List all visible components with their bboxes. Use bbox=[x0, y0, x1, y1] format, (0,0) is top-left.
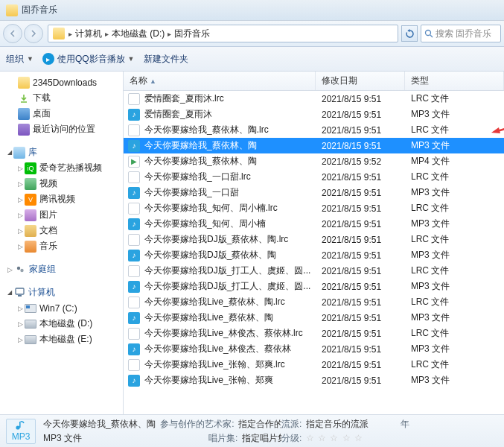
sidebar-item-disk-e[interactable]: 本地磁盘 (E:) bbox=[4, 332, 123, 347]
lrc-file-icon bbox=[128, 297, 140, 308]
file-date: 2021/8/15 9:51 bbox=[320, 344, 409, 355]
refresh-button[interactable] bbox=[401, 25, 418, 42]
sidebar-item-2345downloads[interactable]: 2345Downloads bbox=[4, 74, 123, 90]
file-list[interactable]: 爱情圈套_夏雨沐.lrc2021/8/15 9:51LRC 文件♪爱情圈套_夏雨… bbox=[124, 91, 504, 414]
file-date: 2021/8/15 9:51 bbox=[320, 94, 409, 104]
arrow-left-icon bbox=[8, 29, 17, 38]
sidebar-group-homegroup[interactable]: 家庭组 bbox=[4, 261, 123, 277]
file-type: MP3 文件 bbox=[409, 280, 504, 293]
file-name: 今天你要嫁给我Live_张翰、郑爽.lrc bbox=[144, 358, 320, 371]
music-note-icon bbox=[14, 420, 28, 431]
sidebar-item-picture[interactable]: 图片 bbox=[4, 207, 123, 223]
file-name: 今天你要嫁给我_蔡依林、陶 bbox=[144, 155, 320, 168]
mp3-file-icon: ♪ bbox=[128, 250, 140, 261]
file-name: 今天你要嫁给我_蔡依林、陶 bbox=[144, 139, 320, 152]
file-name: 今天你要嫁给我DJ版_蔡依林、陶 bbox=[144, 249, 320, 261]
forward-button[interactable] bbox=[24, 24, 43, 43]
address-bar[interactable]: ▸ 计算机 ▸ 本地磁盘 (D:) ▸ 固乔音乐 bbox=[48, 25, 398, 42]
new-folder-button[interactable]: 新建文件夹 bbox=[144, 53, 188, 66]
qq-icon: ▸ bbox=[42, 53, 54, 65]
lrc-file-icon bbox=[128, 203, 140, 215]
file-type: LRC 文件 bbox=[409, 92, 504, 105]
file-row[interactable]: 今天你要嫁给我Live_蔡依林、陶.lrc2021/8/15 9:51LRC 文… bbox=[124, 294, 504, 310]
rating-stars[interactable]: ☆ ☆ ☆ ☆ ☆ bbox=[306, 433, 363, 443]
file-type: MP3 文件 bbox=[409, 249, 504, 261]
file-row[interactable]: ♪今天你要嫁给我Live_张翰、郑爽2021/8/15 9:51MP3 文件 bbox=[124, 372, 504, 388]
file-row[interactable]: ▶今天你要嫁给我_蔡依林、陶2021/8/15 9:52MP4 文件 bbox=[124, 153, 504, 169]
file-row[interactable]: 今天你要嫁给我_知何、周小楠.lrc2021/8/15 9:51LRC 文件 bbox=[124, 200, 504, 216]
file-type: LRC 文件 bbox=[409, 171, 504, 183]
folder-icon bbox=[53, 28, 65, 39]
sidebar-item-document[interactable]: 文档 bbox=[4, 223, 123, 238]
sidebar-item-desktop[interactable]: 桌面 bbox=[4, 106, 123, 121]
file-date: 2021/8/15 9:51 bbox=[320, 125, 409, 136]
back-button[interactable] bbox=[3, 24, 22, 43]
file-row[interactable]: ♪爱情圈套_夏雨沐2021/8/15 9:51MP3 文件 bbox=[124, 107, 504, 122]
qq-play-label: 使用QQ影音播放 bbox=[57, 53, 125, 66]
file-date: 2021/8/15 9:51 bbox=[320, 172, 409, 183]
file-type: MP3 文件 bbox=[409, 374, 504, 387]
sidebar-item-disk-d[interactable]: 本地磁盘 (D:) bbox=[4, 316, 123, 332]
lrc-file-icon bbox=[128, 234, 140, 246]
sidebar-item-downloads[interactable]: 下载 bbox=[4, 90, 123, 106]
column-name[interactable]: 名称▲ bbox=[124, 72, 316, 90]
lrc-file-icon bbox=[128, 328, 140, 340]
sidebar-item-tencent[interactable]: V腾讯视频 bbox=[4, 191, 123, 207]
file-type: MP3 文件 bbox=[409, 343, 504, 355]
svg-point-10 bbox=[16, 425, 19, 429]
file-date: 2021/8/15 9:51 bbox=[320, 375, 409, 386]
recent-icon bbox=[18, 124, 30, 136]
file-row[interactable]: ♪今天你要嫁给我_知何、周小楠2021/8/15 9:51MP3 文件 bbox=[124, 216, 504, 232]
file-row[interactable]: ♪今天你要嫁给我DJ版_打工人、虞姬、圆...2021/8/15 9:51MP3… bbox=[124, 279, 504, 294]
file-type: LRC 文件 bbox=[409, 124, 504, 136]
file-type: LRC 文件 bbox=[409, 358, 504, 371]
svg-point-2 bbox=[17, 266, 20, 269]
folder-icon bbox=[18, 77, 30, 89]
file-name: 爱情圈套_夏雨沐 bbox=[144, 108, 320, 121]
file-type-badge: MP3 bbox=[6, 419, 36, 444]
file-row[interactable]: 今天你要嫁给我Live_张翰、郑爽.lrc2021/8/15 9:51LRC 文… bbox=[124, 357, 504, 372]
column-type[interactable]: 类型 bbox=[405, 72, 504, 90]
file-row[interactable]: ♪今天你要嫁给我_蔡依林、陶2021/8/15 9:51MP3 文件 bbox=[124, 138, 504, 153]
sidebar-item-music[interactable]: 音乐 bbox=[4, 238, 123, 254]
sidebar-item-video[interactable]: 视频 bbox=[4, 176, 123, 191]
organize-menu[interactable]: 组织 ▼ bbox=[6, 53, 34, 66]
file-row[interactable]: ♪今天你要嫁给我Live_蔡依林、陶2021/8/15 9:51MP3 文件 bbox=[124, 310, 504, 326]
download-icon bbox=[18, 92, 30, 104]
svg-point-3 bbox=[20, 268, 23, 271]
sidebar-group-libraries[interactable]: 库 bbox=[4, 145, 123, 160]
sidebar-item-iqiyi[interactable]: iQ爱奇艺热播视频 bbox=[4, 160, 123, 176]
file-type: MP3 文件 bbox=[409, 108, 504, 121]
file-row[interactable]: ♪今天你要嫁给我_一口甜2021/8/15 9:51MP3 文件 bbox=[124, 185, 504, 200]
svg-line-1 bbox=[430, 35, 433, 37]
column-date[interactable]: 修改日期 bbox=[316, 72, 405, 90]
breadcrumb-drive[interactable]: 本地磁盘 (D:) bbox=[109, 28, 167, 40]
search-box[interactable]: 搜索 固乔音乐 bbox=[421, 25, 501, 42]
file-row[interactable]: ♪今天你要嫁给我DJ版_蔡依林、陶2021/8/15 9:51MP3 文件 bbox=[124, 247, 504, 263]
sidebar-item-win7[interactable]: Win7 (C:) bbox=[4, 300, 123, 316]
file-row[interactable]: 今天你要嫁给我Live_林俊杰、蔡依林.lrc2021/8/15 9:51LRC… bbox=[124, 326, 504, 341]
file-row[interactable]: 今天你要嫁给我DJ版_蔡依林、陶.lrc2021/8/15 9:51LRC 文件 bbox=[124, 232, 504, 247]
qq-play-button[interactable]: ▸ 使用QQ影音播放 ▼ bbox=[42, 53, 135, 66]
breadcrumb-computer[interactable]: 计算机 bbox=[73, 28, 104, 40]
folder-icon bbox=[6, 4, 18, 16]
breadcrumb-folder[interactable]: 固乔音乐 bbox=[172, 28, 212, 40]
svg-rect-5 bbox=[18, 295, 22, 297]
file-row[interactable]: 今天你要嫁给我_一口甜.lrc2021/8/15 9:51LRC 文件 bbox=[124, 169, 504, 185]
file-row[interactable]: 今天你要嫁给我_蔡依林、陶.lrc2021/8/15 9:51LRC 文件 bbox=[124, 122, 504, 138]
status-filetype: MP3 文件 bbox=[43, 433, 82, 443]
toolbar: 组织 ▼ ▸ 使用QQ影音播放 ▼ 新建文件夹 bbox=[0, 47, 504, 72]
search-icon bbox=[424, 29, 433, 38]
file-row[interactable]: 爱情圈套_夏雨沐.lrc2021/8/15 9:51LRC 文件 bbox=[124, 91, 504, 107]
svg-point-0 bbox=[426, 31, 431, 36]
file-name: 今天你要嫁给我DJ版_打工人、虞姬、圆... bbox=[144, 280, 320, 293]
file-type: MP3 文件 bbox=[409, 139, 504, 152]
svg-rect-4 bbox=[16, 288, 24, 294]
file-row[interactable]: ♪今天你要嫁给我Live_林俊杰、蔡依林2021/8/15 9:51MP3 文件 bbox=[124, 341, 504, 357]
file-date: 2021/8/15 9:52 bbox=[320, 156, 409, 167]
sidebar-item-recent[interactable]: 最近访问的位置 bbox=[4, 121, 123, 137]
sidebar-group-computer[interactable]: 计算机 bbox=[4, 285, 123, 300]
file-date: 2021/8/15 9:51 bbox=[320, 297, 409, 308]
lrc-file-icon bbox=[128, 171, 140, 183]
file-row[interactable]: 今天你要嫁给我DJ版_打工人、虞姬、圆...2021/8/15 9:51LRC … bbox=[124, 263, 504, 279]
